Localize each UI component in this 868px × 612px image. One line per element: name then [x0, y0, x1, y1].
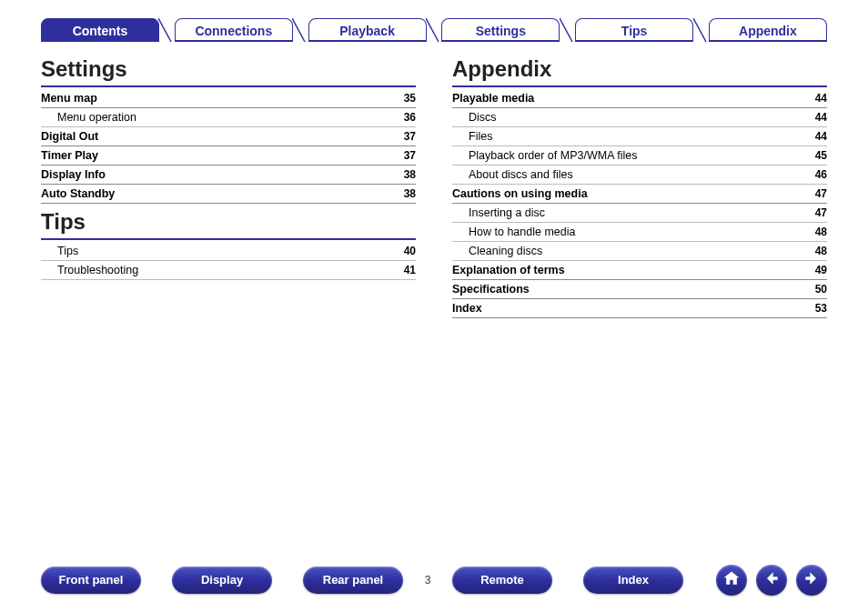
toc-label: Timer Play — [41, 149, 98, 162]
top-tabs: Contents Connections Playback Settings T… — [0, 0, 868, 42]
home-icon — [722, 569, 741, 591]
left-column: SettingsMenu map35Menu operation36Digita… — [41, 51, 416, 318]
tab-connections[interactable]: Connections — [175, 18, 293, 42]
toc-page: 37 — [404, 149, 416, 162]
front-panel-button[interactable]: Front panel — [41, 567, 141, 594]
toc-page: 53 — [815, 302, 827, 315]
toc-label: Specifications — [452, 283, 530, 296]
toc-row[interactable]: Cautions on using media47 — [452, 185, 827, 204]
toc-page: 47 — [815, 206, 827, 219]
display-button[interactable]: Display — [172, 567, 272, 594]
content-area: SettingsMenu map35Menu operation36Digita… — [0, 42, 868, 318]
toc-row[interactable]: Digital Out37 — [41, 127, 416, 146]
toc-label: Files — [452, 130, 492, 143]
page-number: 3 — [419, 574, 436, 587]
index-button[interactable]: Index — [583, 567, 683, 594]
arrow-left-icon — [762, 569, 781, 591]
bottom-mid-group: Remote Index — [452, 567, 683, 594]
section-rule — [41, 85, 416, 87]
home-button[interactable] — [716, 565, 747, 596]
right-column: AppendixPlayable media44Discs44Files44Pl… — [452, 51, 827, 318]
toc-page: 45 — [815, 149, 827, 162]
remote-button[interactable]: Remote — [452, 567, 552, 594]
section-title: Settings — [41, 56, 416, 82]
toc-label: Index — [452, 302, 482, 315]
toc-page: 47 — [815, 187, 827, 200]
toc-row[interactable]: Menu operation36 — [41, 108, 416, 127]
tab-contents[interactable]: Contents — [41, 18, 159, 42]
bottom-bar: Front panel Display Rear panel 3 Remote … — [0, 565, 868, 596]
tab-divider — [160, 18, 173, 42]
toc-row[interactable]: Auto Standby38 — [41, 185, 416, 204]
toc-label: Playback order of MP3/WMA files — [452, 149, 637, 162]
toc-page: 36 — [404, 111, 416, 124]
toc-label: Menu operation — [41, 111, 136, 124]
section-rule — [452, 85, 827, 87]
toc-label: Tips — [41, 245, 78, 257]
toc-row[interactable]: Explanation of terms49 — [452, 261, 827, 280]
section-title: Tips — [41, 209, 416, 235]
toc-row[interactable]: Specifications50 — [452, 280, 827, 299]
toc-page: 38 — [404, 168, 416, 181]
toc-page: 46 — [815, 168, 827, 181]
toc-row[interactable]: Menu map35 — [41, 89, 416, 108]
tab-divider — [294, 18, 307, 42]
toc-page: 44 — [815, 92, 827, 105]
toc-label: Discs — [452, 111, 497, 124]
toc-row[interactable]: About discs and files46 — [452, 166, 827, 185]
toc-label: Troubleshooting — [41, 264, 138, 276]
toc-row[interactable]: Cleaning discs48 — [452, 242, 827, 261]
toc-page: 40 — [404, 245, 416, 257]
tab-playback[interactable]: Playback — [308, 18, 427, 42]
toc-label: Inserting a disc — [452, 206, 545, 219]
tab-divider — [695, 18, 708, 42]
prev-button[interactable] — [756, 565, 787, 596]
toc-row[interactable]: Playable media44 — [452, 89, 827, 108]
toc-page: 49 — [815, 264, 827, 276]
toc-row[interactable]: Playback order of MP3/WMA files45 — [452, 146, 827, 166]
toc-label: Digital Out — [41, 130, 98, 143]
rear-panel-button[interactable]: Rear panel — [303, 567, 403, 594]
tab-settings[interactable]: Settings — [441, 18, 560, 42]
toc-label: Menu map — [41, 92, 97, 105]
section-title: Appendix — [452, 56, 827, 82]
arrow-right-icon — [802, 569, 821, 591]
toc-label: How to handle media — [452, 226, 575, 238]
toc-row[interactable]: Inserting a disc47 — [452, 204, 827, 223]
tab-divider — [428, 18, 440, 42]
toc-label: About discs and files — [452, 168, 573, 181]
toc-row[interactable]: How to handle media48 — [452, 223, 827, 242]
toc-page: 41 — [404, 264, 416, 276]
toc-row[interactable]: Tips40 — [41, 242, 416, 261]
toc-label: Auto Standby — [41, 187, 115, 200]
tab-tips[interactable]: Tips — [575, 18, 693, 42]
section-rule — [41, 238, 416, 240]
toc-page: 38 — [404, 187, 416, 200]
toc-row[interactable]: Discs44 — [452, 108, 827, 127]
toc-page: 48 — [815, 245, 827, 257]
toc-label: Cleaning discs — [452, 245, 542, 257]
toc-page: 35 — [404, 92, 416, 105]
tab-appendix[interactable]: Appendix — [709, 18, 827, 42]
next-button[interactable] — [796, 565, 827, 596]
toc-page: 37 — [404, 130, 416, 143]
toc-row[interactable]: Troubleshooting41 — [41, 261, 416, 280]
toc-row[interactable]: Timer Play37 — [41, 146, 416, 166]
toc-label: Display Info — [41, 168, 106, 181]
toc-page: 44 — [815, 130, 827, 143]
tab-divider — [561, 18, 574, 42]
toc-label: Explanation of terms — [452, 264, 565, 276]
toc-page: 50 — [815, 283, 827, 296]
nav-buttons — [716, 565, 827, 596]
toc-row[interactable]: Index53 — [452, 299, 827, 318]
toc-page: 48 — [815, 226, 827, 238]
toc-page: 44 — [815, 111, 827, 124]
toc-label: Cautions on using media — [452, 187, 588, 200]
bottom-left-group: Front panel Display Rear panel — [41, 567, 403, 594]
toc-row[interactable]: Display Info38 — [41, 166, 416, 185]
toc-row[interactable]: Files44 — [452, 127, 827, 146]
toc-label: Playable media — [452, 92, 534, 105]
